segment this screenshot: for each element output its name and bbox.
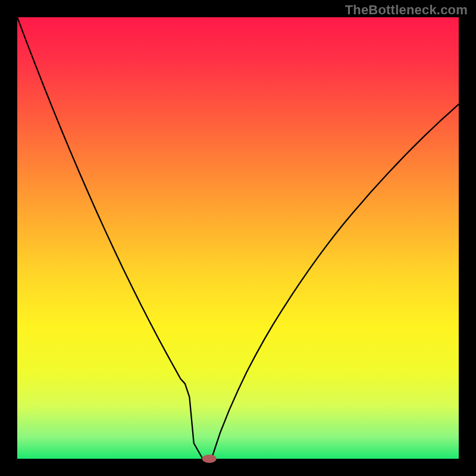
watermark-text: TheBottleneck.com bbox=[345, 2, 468, 18]
bottleneck-chart bbox=[0, 0, 476, 476]
chart-plot-background bbox=[17, 17, 459, 459]
optimal-point-marker bbox=[202, 455, 217, 463]
chart-container: TheBottleneck.com bbox=[0, 0, 476, 476]
